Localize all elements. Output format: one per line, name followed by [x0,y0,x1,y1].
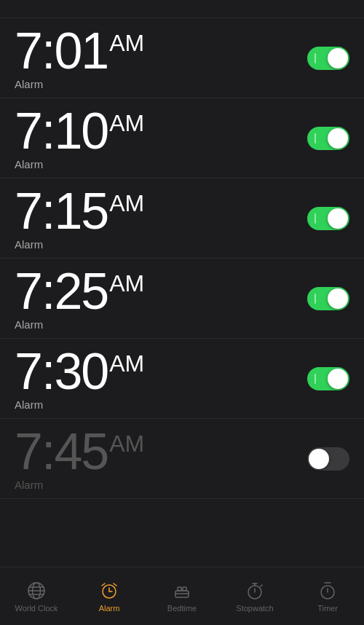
alarm-toggle[interactable] [307,127,349,150]
alarm-info: 7:25AMAlarm [15,266,144,331]
tab-bar: World Clock Alarm Bedtime Stopwatch Time… [0,567,364,625]
tab-label-stopwatch: Stopwatch [236,604,273,613]
tab-label-alarm: Alarm [99,604,120,613]
svg-line-9 [114,583,116,586]
alarm-label: Alarm [15,158,144,170]
alarm-toggle[interactable] [307,367,349,390]
alarm-item[interactable]: 7:25AMAlarm [0,259,364,339]
tab-label-timer: Timer [317,604,338,613]
tab-stopwatch[interactable]: Stopwatch [218,567,291,625]
alarm-toggle[interactable] [307,447,349,471]
alarm-label: Alarm [15,78,144,90]
svg-rect-11 [178,587,181,591]
alarm-time: 7:15AM [15,186,144,237]
alarm-info: 7:10AMAlarm [15,106,144,170]
alarm-item[interactable]: 7:45AMAlarm [0,419,364,499]
alarm-info: 7:15AMAlarm [15,186,144,251]
alarm-label: Alarm [15,398,144,411]
alarm-toggle[interactable] [307,287,349,310]
alarm-info: 7:01AMAlarm [15,25,144,90]
tab-world-clock[interactable]: World Clock [0,567,73,625]
header [0,0,364,18]
timer-icon [317,581,338,601]
toggle-knob [328,288,348,309]
tab-label-world-clock: World Clock [15,604,58,613]
alarm-item[interactable]: 7:10AMAlarm [0,98,364,178]
alarm-item[interactable]: 7:01AMAlarm [0,18,364,98]
tab-alarm[interactable]: Alarm [73,567,146,625]
toggle-bar-icon [314,213,316,224]
toggle-knob [328,128,348,149]
tab-label-bedtime: Bedtime [167,604,197,613]
alarm-info: 7:30AMAlarm [15,346,144,411]
tab-timer[interactable]: Timer [291,567,364,625]
alarm-label: Alarm [15,479,144,491]
alarm-label: Alarm [15,318,144,331]
alarm-icon [99,581,119,601]
alarm-item[interactable]: 7:30AMAlarm [0,339,364,419]
svg-line-18 [261,585,262,586]
toggle-bar-icon [314,53,316,63]
alarm-info: 7:45AMAlarm [15,426,144,491]
alarm-label: Alarm [15,238,144,251]
toggle-knob [328,208,348,229]
alarm-list: 7:01AMAlarm7:10AMAlarm7:15AMAlarm7:25AMA… [0,18,364,499]
bedtime-icon [172,581,192,601]
toggle-knob [328,48,348,68]
svg-line-8 [102,583,105,586]
alarm-time: 7:25AM [15,266,144,317]
alarm-time: 7:10AM [15,106,144,157]
alarm-time: 7:30AM [15,346,144,397]
toggle-bar-icon [314,133,316,144]
alarm-time: 7:45AM [15,426,144,477]
toggle-bar-icon [314,294,316,304]
tab-bedtime[interactable]: Bedtime [146,567,218,625]
alarm-toggle[interactable] [307,207,349,230]
alarm-time: 7:01AM [15,25,144,76]
toggle-bar-icon [314,374,316,384]
stopwatch-icon [245,581,265,601]
alarm-item[interactable]: 7:15AMAlarm [0,178,364,259]
alarm-toggle[interactable] [307,47,349,70]
svg-rect-12 [183,587,186,591]
world-clock-icon [26,581,47,601]
toggle-knob [309,449,329,469]
toggle-knob [328,369,348,389]
